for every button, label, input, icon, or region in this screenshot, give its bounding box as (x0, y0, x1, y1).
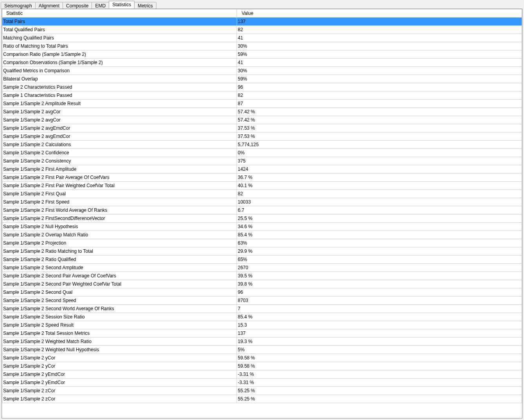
table-row[interactable]: Ratio of Matching to Total Pairs30% (2, 42, 522, 50)
table-row[interactable]: Sample 1/Sample 2 Amplitude Result87 (2, 100, 522, 108)
table-row[interactable]: Sample 1/Sample 2 FirstSecondDifferenceV… (2, 214, 522, 223)
cell-statistic: Total Pairs (2, 18, 237, 26)
cell-value: 41 (237, 59, 522, 67)
table-row[interactable]: Sample 1/Sample 2 Second World Average O… (2, 305, 522, 313)
cell-value: 82 (237, 190, 522, 198)
cell-value: 19.3 % (237, 338, 522, 346)
tab-composite[interactable]: Composite (63, 2, 92, 9)
table-row[interactable]: Total Qualified Pairs82 (2, 26, 522, 34)
table-row[interactable]: Sample 1/Sample 2 Ratio Matching to Tota… (2, 247, 522, 256)
table-row[interactable]: Sample 2 Characteristics Passed96 (2, 83, 522, 91)
cell-value: 39.8 % (237, 280, 522, 288)
cell-statistic: Sample 1/Sample 2 avgCor (2, 116, 237, 124)
table-row[interactable]: Sample 1/Sample 2 First Qual82 (2, 190, 522, 198)
cell-value: 85.4 % (237, 313, 522, 321)
content-frame: Statistic Value Total Pairs137Total Qual… (2, 9, 522, 418)
table-row[interactable]: Sample 1/Sample 2 First Pair Weighted Co… (2, 182, 522, 190)
cell-statistic: Sample 1/Sample 2 FirstSecondDifferenceV… (2, 214, 237, 223)
table-row[interactable]: Total Pairs137 (2, 18, 522, 26)
table-row[interactable]: Sample 1/Sample 2 avgEmdCor37.53 % (2, 124, 522, 132)
cell-statistic: Sample 1/Sample 2 Second World Average O… (2, 305, 237, 313)
tab-metrics[interactable]: Metrics (134, 2, 156, 9)
cell-value: 34.6 % (237, 223, 522, 231)
table-row[interactable]: Sample 1/Sample 2 avgCor57.42 % (2, 108, 522, 116)
col-header-statistic[interactable]: Statistic (2, 9, 237, 18)
cell-value: 57.42 % (237, 116, 522, 124)
cell-statistic: Sample 1/Sample 2 Second Speed (2, 297, 237, 305)
table-row[interactable]: Sample 1/Sample 2 Projection63% (2, 239, 522, 247)
cell-statistic: Sample 1/Sample 2 Second Pair Average Of… (2, 272, 237, 280)
table-row[interactable]: Sample 1/Sample 2 Session Size Ratio85.4… (2, 313, 522, 321)
cell-value: 82 (237, 26, 522, 34)
cell-value: 2670 (237, 264, 522, 272)
cell-statistic: Sample 1/Sample 2 Calculations (2, 141, 237, 149)
cell-value: -3.31 % (237, 379, 522, 387)
table-row[interactable]: Matching Qualified Pairs41 (2, 34, 522, 42)
tab-emd[interactable]: EMD (92, 2, 109, 9)
cell-value: 57.42 % (237, 108, 522, 116)
cell-value: 85.4 % (237, 231, 522, 239)
col-header-value[interactable]: Value (237, 9, 522, 18)
cell-value: 29.9 % (237, 247, 522, 256)
table-row[interactable]: Sample 1/Sample 2 Ratio Qualified65% (2, 256, 522, 264)
cell-value: 87 (237, 100, 522, 108)
cell-value: 59% (237, 75, 522, 83)
table-row[interactable]: Sample 1/Sample 2 Second Amplitude2670 (2, 264, 522, 272)
cell-value: 137 (237, 329, 522, 338)
cell-value: 41 (237, 34, 522, 42)
table-row[interactable]: Sample 1/Sample 2 yEmdCor-3.31 % (2, 379, 522, 387)
table-row[interactable]: Sample 1/Sample 2 zCor55.25 % (2, 387, 522, 395)
tab-seismograph[interactable]: Seismograph (1, 2, 36, 9)
table-row[interactable]: Sample 1/Sample 2 yEmdCor-3.31 % (2, 370, 522, 379)
cell-statistic: Sample 1/Sample 2 avgCor (2, 108, 237, 116)
cell-value: 36.7 % (237, 173, 522, 182)
table-scroll-area[interactable]: Statistic Value Total Pairs137Total Qual… (2, 9, 522, 418)
table-row[interactable]: Sample 1/Sample 2 avgEmdCor37.53 % (2, 132, 522, 141)
table-row[interactable]: Sample 1/Sample 2 First World Average Of… (2, 206, 522, 214)
cell-value: 59.58 % (237, 362, 522, 370)
cell-statistic: Qualified Metrics in Comparison (2, 67, 237, 75)
cell-value: 55.25 % (237, 395, 522, 403)
table-row[interactable]: Sample 1/Sample 2 Second Speed8703 (2, 297, 522, 305)
table-row[interactable]: Sample 1/Sample 2 Second Pair Average Of… (2, 272, 522, 280)
cell-value: 39.5 % (237, 272, 522, 280)
table-row[interactable]: Comparison Ratio (Sample 1/Sample 2)59% (2, 50, 522, 59)
cell-value: 15.3 (237, 321, 522, 329)
table-row[interactable]: Sample 1/Sample 2 yCor59.58 % (2, 362, 522, 370)
cell-value: 137 (237, 18, 522, 26)
table-row[interactable]: Sample 1/Sample 2 zCor55.25 % (2, 395, 522, 403)
table-row[interactable]: Sample 1/Sample 2 Weighted Match Ratio19… (2, 338, 522, 346)
table-row[interactable]: Sample 1/Sample 2 First Amplitude1424 (2, 165, 522, 173)
table-row[interactable]: Sample 1/Sample 2 Calculations5,774,125 (2, 141, 522, 149)
table-row[interactable]: Sample 1/Sample 2 Total Session Metrics1… (2, 329, 522, 338)
table-row[interactable]: Sample 1/Sample 2 Speed Result15.3 (2, 321, 522, 329)
table-row[interactable]: Sample 1/Sample 2 Second Pair Weighted C… (2, 280, 522, 288)
table-row[interactable]: Sample 1/Sample 2 Overlap Match Ratio85.… (2, 231, 522, 239)
tab-statistics[interactable]: Statistics (109, 1, 135, 9)
cell-value: 30% (237, 42, 522, 50)
tab-alignment[interactable]: Alignment (35, 2, 63, 9)
table-row[interactable]: Qualified Metrics in Comparison30% (2, 67, 522, 75)
cell-value: 82 (237, 91, 522, 100)
cell-value: 25.5 % (237, 214, 522, 223)
table-row[interactable]: Sample 1/Sample 2 First Speed10033 (2, 198, 522, 206)
table-row[interactable]: Sample 1/Sample 2 Confidence0% (2, 149, 522, 157)
table-row[interactable]: Bilateral Overlap59% (2, 75, 522, 83)
table-row[interactable]: Sample 1 Characteristics Passed82 (2, 91, 522, 100)
table-row[interactable]: Sample 1/Sample 2 avgCor57.42 % (2, 116, 522, 124)
table-row[interactable]: Sample 1/Sample 2 yCor59.58 % (2, 354, 522, 362)
table-row[interactable]: Sample 1/Sample 2 Second Qual96 (2, 288, 522, 297)
table-row[interactable]: Sample 1/Sample 2 First Pair Average Of … (2, 173, 522, 182)
cell-value: 65% (237, 256, 522, 264)
cell-value: 7 (237, 305, 522, 313)
cell-statistic: Sample 1/Sample 2 First Pair Weighted Co… (2, 182, 237, 190)
table-row[interactable]: Sample 1/Sample 2 Weighted Null Hypothes… (2, 346, 522, 354)
table-row[interactable]: Comparison Observations (Sample 1/Sample… (2, 59, 522, 67)
cell-statistic: Sample 1/Sample 2 Speed Result (2, 321, 237, 329)
cell-statistic: Sample 1/Sample 2 Weighted Null Hypothes… (2, 346, 237, 354)
table-row[interactable]: Sample 1/Sample 2 Consistency375 (2, 157, 522, 165)
cell-statistic: Sample 1/Sample 2 Ratio Qualified (2, 256, 237, 264)
table-row[interactable]: Sample 1/Sample 2 Null Hypothesis34.6 % (2, 223, 522, 231)
cell-value: 40.1 % (237, 182, 522, 190)
cell-statistic: Sample 1/Sample 2 First Speed (2, 198, 237, 206)
